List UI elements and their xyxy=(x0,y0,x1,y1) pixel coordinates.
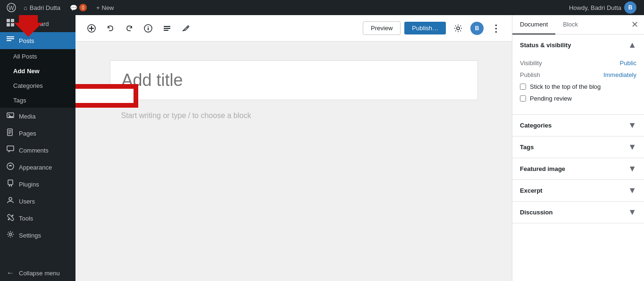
section-tags-header[interactable]: Tags ▼ xyxy=(512,136,644,158)
plugins-icon xyxy=(6,179,15,189)
plugins-label: Plugins xyxy=(19,181,39,188)
editor-area: Preview Publish… B ⋮ xyxy=(75,15,512,281)
svg-rect-17 xyxy=(7,146,14,151)
sidebar-item-pages[interactable]: Pages xyxy=(0,125,75,142)
visibility-value[interactable]: Public xyxy=(620,60,636,67)
sidebar-item-settings[interactable]: Settings xyxy=(0,227,75,244)
section-excerpt-toggle: ▼ xyxy=(628,186,636,196)
svg-rect-3 xyxy=(11,19,14,22)
publish-value[interactable]: Immediately xyxy=(603,71,636,78)
add-block-button[interactable] xyxy=(83,20,100,37)
sidebar-item-media[interactable]: Media xyxy=(0,108,75,125)
section-categories-header[interactable]: Categories ▼ xyxy=(512,115,644,136)
block-info-button[interactable] xyxy=(140,20,157,37)
panel-close-button[interactable]: ✕ xyxy=(627,17,642,32)
tags-label: Tags xyxy=(13,97,26,104)
section-discussion-title: Discussion xyxy=(520,209,552,216)
collapse-label: Collapse menu xyxy=(19,270,60,277)
section-status-visibility: Status & visibility ▲ Visibility Public … xyxy=(512,34,644,115)
stick-to-top-checkbox[interactable] xyxy=(520,84,526,90)
comments-label: Comments xyxy=(19,147,49,154)
collapse-icon: ← xyxy=(6,269,15,277)
user-avatar[interactable]: B xyxy=(624,1,636,14)
sidebar-item-tools[interactable]: Tools xyxy=(0,210,75,227)
svg-rect-7 xyxy=(7,36,14,37)
dashboard-icon xyxy=(6,19,15,28)
svg-rect-22 xyxy=(11,185,12,187)
section-featured-image-title: Featured image xyxy=(520,165,565,172)
site-name[interactable]: ⌂ Badri Dutta xyxy=(19,0,65,15)
panel-tabs: Document Block ✕ xyxy=(512,15,644,34)
categories-label: Categories xyxy=(13,82,43,89)
svg-rect-29 xyxy=(148,28,149,30)
appearance-label: Appearance xyxy=(19,164,52,171)
title-input[interactable] xyxy=(122,70,466,90)
svg-rect-14 xyxy=(8,130,11,131)
settings-button[interactable] xyxy=(450,20,467,37)
section-tags-title: Tags xyxy=(520,144,534,151)
sidebar-item-dashboard[interactable]: Dashboard xyxy=(0,15,75,32)
sidebar-item-users[interactable]: Users xyxy=(0,193,75,210)
sidebar-item-appearance[interactable]: Appearance xyxy=(0,159,75,176)
pending-review-label: Pending review xyxy=(530,95,572,102)
pending-review-checkbox[interactable] xyxy=(520,95,526,102)
section-excerpt: Excerpt ▼ xyxy=(512,180,644,202)
svg-rect-9 xyxy=(7,40,11,41)
section-tags: Tags ▼ xyxy=(512,136,644,158)
notification-count: 0 xyxy=(79,4,87,11)
sidebar-posts-label: Posts xyxy=(19,37,34,44)
sidebar-item-plugins[interactable]: Plugins xyxy=(0,176,75,193)
svg-rect-32 xyxy=(164,28,170,29)
user-icon-button[interactable]: B xyxy=(470,22,484,35)
media-icon xyxy=(6,111,15,121)
sidebar-item-categories[interactable]: Categories xyxy=(0,78,75,93)
section-status-visibility-toggle: ▲ xyxy=(628,40,636,50)
edit-button[interactable] xyxy=(177,20,194,37)
title-area xyxy=(110,60,478,100)
redo-button[interactable] xyxy=(121,20,138,37)
list-view-button[interactable] xyxy=(159,20,176,37)
svg-marker-12 xyxy=(8,115,14,118)
sidebar-item-tags[interactable]: Tags xyxy=(0,93,75,108)
section-discussion-header[interactable]: Discussion ▼ xyxy=(512,202,644,223)
undo-button[interactable] xyxy=(102,20,119,37)
svg-rect-27 xyxy=(89,28,94,29)
preview-button[interactable]: Preview xyxy=(363,21,401,35)
sidebar-item-collapse[interactable]: ← Collapse menu xyxy=(0,265,75,281)
editor-body[interactable]: Start writing or type / to choose a bloc… xyxy=(110,102,478,129)
sidebar-dashboard-label: Dashboard xyxy=(19,20,49,27)
sidebar: Dashboard Posts All Posts Add New Catego… xyxy=(0,15,75,281)
all-posts-label: All Posts xyxy=(13,53,37,60)
notifications[interactable]: 💬 0 xyxy=(65,4,92,11)
section-discussion-toggle: ▼ xyxy=(628,207,636,217)
add-new-label: Add New xyxy=(13,68,40,75)
svg-rect-2 xyxy=(7,19,10,22)
sidebar-item-posts[interactable]: Posts xyxy=(0,32,75,49)
section-excerpt-title: Excerpt xyxy=(520,187,543,194)
publish-button[interactable]: Publish… xyxy=(404,22,446,34)
tab-document[interactable]: Document xyxy=(512,15,555,34)
svg-rect-8 xyxy=(7,38,14,39)
svg-rect-16 xyxy=(8,133,10,134)
section-tags-toggle: ▼ xyxy=(628,142,636,152)
section-excerpt-header[interactable]: Excerpt ▼ xyxy=(512,180,644,201)
more-options-button[interactable]: ⋮ xyxy=(487,20,504,37)
right-panel: Document Block ✕ Status & visibility ▲ V… xyxy=(512,15,644,281)
svg-point-30 xyxy=(148,26,149,27)
sidebar-item-all-posts[interactable]: All Posts xyxy=(0,49,75,64)
pages-label: Pages xyxy=(19,130,36,137)
sidebar-item-comments[interactable]: Comments xyxy=(0,142,75,159)
section-status-visibility-header[interactable]: Status & visibility ▲ xyxy=(512,34,644,56)
svg-point-23 xyxy=(9,197,12,200)
section-featured-image-header[interactable]: Featured image ▼ xyxy=(512,158,644,179)
new-menu[interactable]: + New xyxy=(92,4,119,11)
section-discussion: Discussion ▼ xyxy=(512,202,644,223)
tab-block[interactable]: Block xyxy=(555,15,585,34)
visibility-row: Visibility Public xyxy=(520,60,636,67)
settings-icon xyxy=(6,230,15,240)
settings-label: Settings xyxy=(19,232,41,239)
comment-icon: 💬 xyxy=(70,4,77,11)
svg-point-11 xyxy=(8,114,10,116)
sidebar-item-add-new[interactable]: Add New xyxy=(0,64,75,78)
wp-logo[interactable]: W xyxy=(4,0,19,15)
